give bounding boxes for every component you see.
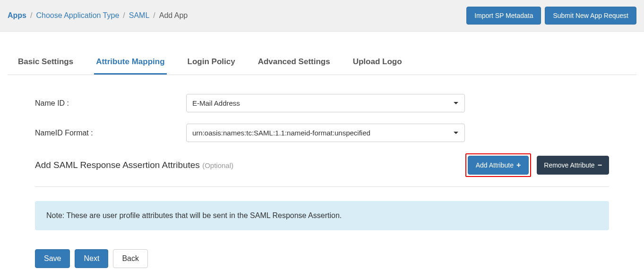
tab-upload-logo[interactable]: Upload Logo bbox=[351, 50, 404, 75]
breadcrumb-sep: / bbox=[123, 11, 125, 20]
next-button[interactable]: Next bbox=[75, 249, 108, 268]
optional-label: (Optional) bbox=[202, 161, 233, 169]
tab-login-policy[interactable]: Login Policy bbox=[186, 50, 237, 75]
breadcrumb-sep: / bbox=[153, 11, 155, 20]
tab-attribute-mapping[interactable]: Attribute Mapping bbox=[94, 50, 166, 75]
remove-attribute-button[interactable]: Remove Attribute − bbox=[537, 156, 609, 175]
tab-basic-settings[interactable]: Basic Settings bbox=[16, 50, 75, 75]
breadcrumb-apps[interactable]: Apps bbox=[8, 11, 26, 20]
plus-icon: + bbox=[516, 161, 521, 169]
back-button[interactable]: Back bbox=[113, 249, 148, 268]
breadcrumb-sep: / bbox=[30, 11, 32, 20]
breadcrumb-current: Add App bbox=[159, 11, 188, 20]
tabs: Basic Settings Attribute Mapping Login P… bbox=[8, 50, 636, 75]
name-id-label: Name ID : bbox=[35, 99, 186, 108]
breadcrumb-choose-type[interactable]: Choose Application Type bbox=[36, 11, 119, 20]
add-attribute-button[interactable]: Add Attribute + bbox=[468, 156, 529, 175]
section-title: Add SAML Response Assertion Attributes (… bbox=[35, 160, 233, 170]
submit-new-app-request-button[interactable]: Submit New App Request bbox=[545, 7, 636, 25]
nameid-format-select[interactable]: urn:oasis:names:tc:SAML:1.1:nameid-forma… bbox=[186, 124, 465, 142]
save-button[interactable]: Save bbox=[35, 249, 70, 268]
nameid-format-label: NameID Format : bbox=[35, 129, 186, 137]
name-id-select[interactable]: E-Mail Address bbox=[186, 94, 465, 112]
tab-advanced-settings[interactable]: Advanced Settings bbox=[256, 50, 332, 75]
highlight-box: Add Attribute + bbox=[465, 153, 532, 177]
minus-icon: − bbox=[598, 161, 602, 169]
breadcrumb-saml[interactable]: SAML bbox=[129, 11, 150, 20]
import-sp-metadata-button[interactable]: Import SP Metadata bbox=[466, 7, 541, 25]
note-box: Note: These are user profile attributes … bbox=[35, 201, 609, 230]
breadcrumb: Apps / Choose Application Type / SAML / … bbox=[8, 11, 188, 20]
